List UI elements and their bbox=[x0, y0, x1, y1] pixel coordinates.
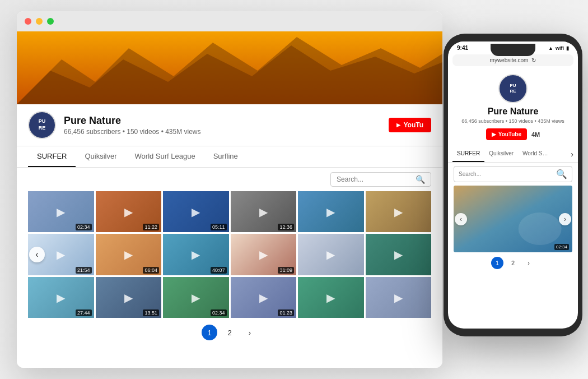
video-duration-1: 11:22 bbox=[143, 224, 159, 230]
search-row: 🔍 bbox=[17, 168, 442, 191]
video-duration-12: 27:44 bbox=[76, 309, 92, 316]
svg-point-4 bbox=[519, 212, 562, 245]
scene: PURE Pure Nature 66,456 subscribers • 15… bbox=[0, 0, 588, 379]
mobile-subscribe-button[interactable]: ▶ YouTube bbox=[486, 128, 527, 140]
mobile-yt-logo-icon: ▶ bbox=[492, 131, 496, 137]
page-btn-next[interactable]: › bbox=[242, 325, 258, 340]
play-icon-15: ▶ bbox=[259, 291, 268, 304]
play-icon-16: ▶ bbox=[326, 291, 335, 304]
video-thumb-13[interactable]: ▶ 13:51 bbox=[96, 277, 162, 318]
mobile-page-btn-2[interactable]: 2 bbox=[507, 257, 519, 269]
channel-banner bbox=[17, 31, 442, 104]
mobile-channel-avatar: PURE bbox=[498, 74, 528, 103]
video-duration-6: 21:54 bbox=[76, 267, 92, 274]
play-icon-9: ▶ bbox=[259, 248, 268, 261]
channel-name: Pure Nature bbox=[64, 115, 201, 127]
play-icon-8: ▶ bbox=[192, 248, 200, 261]
mobile-nav-surfer[interactable]: SURFER bbox=[452, 146, 484, 162]
video-duration-3: 12:36 bbox=[278, 224, 294, 230]
video-thumb-9[interactable]: ▶ 31:09 bbox=[231, 234, 297, 275]
mobile-channel: PURE Pure Nature 66,456 subscribers • 15… bbox=[448, 68, 578, 140]
phone-status-right: ▲ wifi ▮ bbox=[548, 45, 569, 51]
mobile-channel-name: Pure Nature bbox=[455, 107, 571, 117]
play-icon-10: ▶ bbox=[326, 248, 335, 261]
mobile-search-input[interactable] bbox=[459, 171, 554, 177]
pagination: 1 2 › bbox=[17, 318, 442, 347]
page-btn-1[interactable]: 1 bbox=[202, 325, 217, 340]
subscribe-button[interactable]: ▶ YouTu bbox=[389, 118, 431, 132]
refresh-icon[interactable]: ↻ bbox=[531, 57, 536, 63]
video-thumb-5[interactable]: ▶ bbox=[366, 191, 432, 232]
video-thumb-12[interactable]: ▶ 27:44 bbox=[28, 277, 94, 318]
minimize-button[interactable] bbox=[36, 18, 43, 25]
video-thumb-16[interactable]: ▶ bbox=[298, 277, 364, 318]
wifi-icon: wifi bbox=[556, 45, 564, 51]
mobile-video-slider: ‹ 02:34 bbox=[448, 186, 578, 252]
mobile-page-btn-next[interactable]: › bbox=[522, 257, 535, 269]
video-duration-9: 31:09 bbox=[278, 267, 294, 274]
mobile-page-btn-1[interactable]: 1 bbox=[491, 257, 503, 269]
video-thumb-3[interactable]: ▶ 12:36 bbox=[231, 191, 297, 232]
mobile-search-row: 🔍 bbox=[448, 163, 578, 186]
page-btn-2[interactable]: 2 bbox=[222, 325, 237, 340]
channel-meta: 66,456 subscribers • 150 videos • 435M v… bbox=[64, 128, 201, 136]
mobile-sub-count: 4M bbox=[531, 131, 540, 138]
video-duration-13: 13:51 bbox=[143, 309, 159, 316]
play-icon-12: ▶ bbox=[57, 291, 65, 304]
phone-url-bar[interactable]: mywebsite.com ↻ bbox=[452, 54, 573, 66]
maximize-button[interactable] bbox=[47, 18, 54, 25]
video-thumb-15[interactable]: ▶ 01:23 bbox=[231, 277, 297, 318]
mobile-nav-quiksilver[interactable]: Quiksilver bbox=[484, 146, 518, 162]
mobile-prev-arrow[interactable]: ‹ bbox=[455, 213, 467, 225]
youtube-logo-icon: ▶ bbox=[396, 122, 400, 128]
mobile-nav-world-surf[interactable]: World S… bbox=[518, 146, 552, 162]
mobile-nav-more-arrow[interactable]: › bbox=[571, 150, 573, 159]
carousel-left-arrow[interactable]: ‹ bbox=[29, 247, 45, 262]
channel-info: PURE Pure Nature 66,456 subscribers • 15… bbox=[17, 104, 442, 146]
channel-avatar: PURE bbox=[28, 111, 56, 139]
video-duration-7: 06:04 bbox=[143, 267, 159, 274]
play-icon-5: ▶ bbox=[394, 205, 403, 219]
mobile-search-box[interactable]: 🔍 bbox=[454, 166, 572, 182]
video-thumb-0[interactable]: ▶ 02:34 bbox=[28, 191, 94, 232]
video-thumb-8[interactable]: ▶ 40:07 bbox=[163, 234, 229, 275]
play-icon-17: ▶ bbox=[394, 291, 403, 304]
mobile-subscribe-row: ▶ YouTube 4M bbox=[455, 128, 571, 140]
video-thumb-17[interactable]: ▶ bbox=[366, 277, 432, 318]
mobile-next-arrow[interactable]: › bbox=[559, 213, 571, 225]
video-duration-15: 01:23 bbox=[278, 309, 294, 316]
play-icon-6: ▶ bbox=[57, 248, 65, 261]
play-icon-3: ▶ bbox=[259, 205, 268, 219]
search-box[interactable]: 🔍 bbox=[330, 172, 431, 187]
battery-icon: ▮ bbox=[566, 45, 569, 51]
nav-item-quiksilver[interactable]: Quiksilver bbox=[76, 146, 125, 167]
play-icon-13: ▶ bbox=[124, 291, 133, 304]
play-icon-7: ▶ bbox=[124, 248, 133, 261]
video-thumb-4[interactable]: ▶ bbox=[298, 191, 364, 232]
signal-icon: ▲ bbox=[548, 45, 553, 51]
nav-item-surfline[interactable]: Surfline bbox=[204, 146, 247, 167]
youtube-page: PURE Pure Nature 66,456 subscribers • 15… bbox=[17, 31, 442, 368]
browser-titlebar bbox=[17, 11, 442, 31]
url-text: mywebsite.com bbox=[490, 57, 529, 63]
video-thumb-7[interactable]: ▶ 06:04 bbox=[96, 234, 162, 275]
search-input[interactable] bbox=[337, 175, 416, 183]
video-thumb-2[interactable]: ▶ 05:11 bbox=[163, 191, 229, 232]
video-thumb-11[interactable]: ▶ bbox=[366, 234, 432, 275]
nav-item-surfer[interactable]: SURFER bbox=[28, 146, 76, 167]
mobile-youtube-label: YouTube bbox=[498, 131, 521, 137]
play-icon-1: ▶ bbox=[124, 205, 133, 219]
mobile-nav: SURFER Quiksilver World S… › bbox=[448, 146, 578, 163]
video-grid: ▶ 02:34 ▶ 11:22 ▶ 05:11 ▶ 12:36 bbox=[17, 191, 442, 318]
close-button[interactable] bbox=[25, 18, 31, 25]
mobile-video-thumb[interactable]: 02:34 bbox=[454, 186, 572, 252]
video-thumb-14[interactable]: ▶ 02:34 bbox=[163, 277, 229, 318]
mobile-search-icon: 🔍 bbox=[556, 169, 567, 179]
desktop-browser: PURE Pure Nature 66,456 subscribers • 15… bbox=[17, 11, 442, 368]
channel-text: Pure Nature 66,456 subscribers • 150 vid… bbox=[64, 115, 201, 136]
mobile-channel-meta: 66,456 subscribers • 150 videos • 435M v… bbox=[455, 118, 571, 124]
video-thumb-1[interactable]: ▶ 11:22 bbox=[96, 191, 162, 232]
nav-item-world-surf-league[interactable]: World Surf League bbox=[126, 146, 204, 167]
phone-screen: 9:41 ▲ wifi ▮ mywebsite.com ↻ PURE Pure … bbox=[448, 41, 578, 329]
video-thumb-10[interactable]: ▶ bbox=[298, 234, 364, 275]
